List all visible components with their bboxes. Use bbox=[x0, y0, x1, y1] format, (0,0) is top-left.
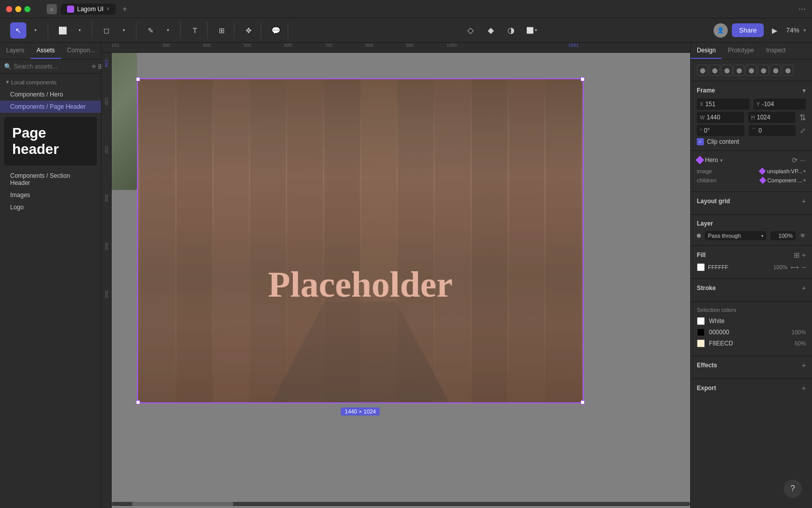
variable-tool-1[interactable]: ◇ bbox=[462, 22, 479, 39]
h-field[interactable]: H 1024 bbox=[748, 112, 795, 123]
horizontal-scrollbar[interactable] bbox=[112, 502, 690, 506]
fill-remove-button[interactable]: − bbox=[802, 263, 806, 271]
layer-mode-chevron: ▾ bbox=[761, 234, 763, 238]
align-left[interactable]: ⬤ bbox=[697, 65, 708, 76]
component-more-icon[interactable]: ··· bbox=[800, 156, 806, 164]
library-button[interactable]: ⬜▾ bbox=[523, 22, 539, 39]
text-tool[interactable]: T bbox=[187, 22, 203, 39]
align-bottom[interactable]: ⬤ bbox=[758, 65, 769, 76]
sidebar-item-page-header[interactable]: Components / Page Header bbox=[0, 101, 101, 113]
y-field[interactable]: Y -104 bbox=[754, 99, 806, 110]
prop-image-label: image bbox=[697, 168, 712, 174]
prop-chevron-icon[interactable]: ▾ bbox=[803, 169, 806, 174]
new-tab-button[interactable]: + bbox=[120, 4, 130, 14]
main-layout: Layers Assets Compon... 🔍 ≡ ⊞ ▾ Local co… bbox=[0, 43, 812, 508]
close-button[interactable] bbox=[6, 6, 12, 12]
layout-grid-add-button[interactable]: + bbox=[802, 197, 806, 205]
toolbar: ↖ ▾ ⬜ ▾ ◻ ▾ ✎ ▾ T ⊞ ✥ 💬 ◇ ◆ ◑ ⬜▾ 👤 Share… bbox=[0, 18, 812, 43]
fill-blend-icon[interactable]: ⟷ bbox=[791, 264, 799, 271]
canvas-frame[interactable]: Placeholder 1440 × 1024 bbox=[137, 78, 584, 403]
angle-field[interactable]: ° 0° bbox=[697, 125, 745, 136]
tab-lagom-ui[interactable]: Lagom UI × bbox=[61, 4, 116, 15]
sidebar-item-section-header[interactable]: Components / Section Header bbox=[0, 170, 101, 189]
canvas-area[interactable]: 151 300 400 500 600 700 800 900 1000 159… bbox=[101, 43, 690, 508]
fill-hex-value[interactable]: FFFFFF bbox=[708, 264, 770, 270]
export-add-button[interactable]: + bbox=[802, 384, 806, 392]
clip-content-checkbox[interactable]: ✓ bbox=[697, 138, 704, 145]
layer-opacity-field[interactable]: 100% bbox=[770, 231, 796, 240]
align-center-v[interactable]: ⬤ bbox=[746, 65, 757, 76]
ruler-mark-900: 900 bbox=[406, 43, 414, 48]
sidebar-item-hero[interactable]: Components / Hero bbox=[0, 88, 101, 101]
canvas-content[interactable]: Placeholder 1440 × 1024 bbox=[112, 53, 690, 508]
stroke-add-button[interactable]: + bbox=[802, 284, 806, 292]
x-field[interactable]: X 151 bbox=[697, 99, 750, 110]
share-button[interactable]: Share bbox=[732, 23, 764, 37]
resize-proportional-button[interactable]: ⇅ bbox=[799, 112, 806, 123]
pen-tool[interactable]: ✎ bbox=[143, 22, 159, 39]
frame-dropdown[interactable]: ▾ bbox=[72, 22, 88, 39]
fill-grid-icon[interactable]: ⊞ bbox=[794, 251, 800, 259]
bg-image-left bbox=[112, 53, 137, 190]
hand-tool[interactable]: ✥ bbox=[241, 22, 257, 39]
sidebar-item-images[interactable]: Images bbox=[0, 189, 101, 201]
tab-layers[interactable]: Layers bbox=[0, 43, 30, 59]
tab-components[interactable]: Compon... bbox=[61, 43, 101, 59]
eye-icon[interactable]: 👁 bbox=[800, 232, 806, 239]
prop-children-value[interactable]: Component ... ▾ bbox=[760, 177, 806, 183]
pen-dropdown[interactable]: ▾ bbox=[160, 22, 176, 39]
layer-mode-dropdown[interactable]: Pass through ▾ bbox=[705, 231, 766, 240]
variable-tool-2[interactable]: ◆ bbox=[483, 22, 499, 39]
prop-children-chevron-icon[interactable]: ▾ bbox=[803, 178, 806, 183]
sidebar-item-logo[interactable]: Logo bbox=[0, 201, 101, 213]
align-right[interactable]: ⬤ bbox=[721, 65, 732, 76]
zoom-dropdown-icon[interactable]: ▾ bbox=[803, 27, 806, 33]
prop-image-value[interactable]: unsplash:VP... ▾ bbox=[760, 168, 806, 174]
scrollbar-thumb[interactable] bbox=[132, 502, 233, 506]
align-top[interactable]: ⬤ bbox=[733, 65, 745, 76]
play-button[interactable]: ▶ bbox=[768, 23, 782, 38]
distribute-v[interactable]: ⬤ bbox=[782, 65, 793, 76]
list-view-button[interactable]: ≡ bbox=[92, 62, 96, 70]
fill-add-button[interactable]: + bbox=[802, 251, 806, 259]
more-options-icon[interactable]: ··· bbox=[798, 4, 806, 14]
sc-item-f8eecd[interactable]: F8EECD 50% bbox=[697, 339, 806, 347]
effects-add-button[interactable]: + bbox=[802, 361, 806, 369]
help-button[interactable]: ? bbox=[784, 480, 802, 498]
expand-button[interactable]: ⤢ bbox=[800, 125, 806, 136]
fill-opacity-value[interactable]: 100% bbox=[773, 264, 788, 270]
tab-design[interactable]: Design bbox=[691, 43, 722, 59]
component-tool[interactable]: ⊞ bbox=[214, 22, 230, 39]
color-mode-toggle[interactable]: ◑ bbox=[503, 22, 519, 39]
shape-dropdown[interactable]: ▾ bbox=[116, 22, 132, 39]
corner-field[interactable]: ⌒ 0 bbox=[749, 125, 796, 136]
minimize-button[interactable] bbox=[15, 6, 21, 12]
shape-tool[interactable]: ◻ bbox=[98, 22, 115, 39]
tab-close-icon[interactable]: × bbox=[107, 6, 110, 12]
tab-prototype[interactable]: Prototype bbox=[722, 43, 760, 59]
component-chevron-icon[interactable]: ▾ bbox=[720, 157, 723, 163]
search-input[interactable] bbox=[14, 63, 90, 70]
align-center-h[interactable]: ⬤ bbox=[709, 65, 720, 76]
component-reset-icon[interactable]: ⟳ bbox=[792, 156, 798, 164]
user-avatar[interactable]: 👤 bbox=[714, 23, 728, 38]
distribute-h[interactable]: ⬤ bbox=[770, 65, 781, 76]
prop-children-row: children Component ... ▾ bbox=[697, 177, 806, 183]
corner-label: ⌒ bbox=[752, 127, 757, 134]
w-field[interactable]: W 1440 bbox=[697, 112, 744, 123]
ruler-mark-800: 800 bbox=[365, 43, 373, 48]
local-components-label[interactable]: ▾ Local components bbox=[0, 76, 101, 88]
tab-inspect[interactable]: Inspect bbox=[760, 43, 792, 59]
sc-item-000000[interactable]: 000000 100% bbox=[697, 328, 806, 336]
sc-item-white[interactable]: White bbox=[697, 317, 806, 325]
select-dropdown[interactable]: ▾ bbox=[27, 22, 44, 39]
home-icon[interactable]: ⌂ bbox=[47, 4, 57, 14]
select-tool[interactable]: ↖ bbox=[10, 22, 26, 39]
frame-tool[interactable]: ⬜ bbox=[54, 22, 71, 39]
frame-options-button[interactable]: ▾ bbox=[802, 86, 806, 94]
fill-color-swatch[interactable] bbox=[697, 263, 705, 271]
search-icon: 🔍 bbox=[4, 63, 12, 70]
comment-tool[interactable]: 💬 bbox=[267, 22, 284, 39]
tab-assets[interactable]: Assets bbox=[30, 43, 61, 59]
maximize-button[interactable] bbox=[24, 6, 30, 12]
